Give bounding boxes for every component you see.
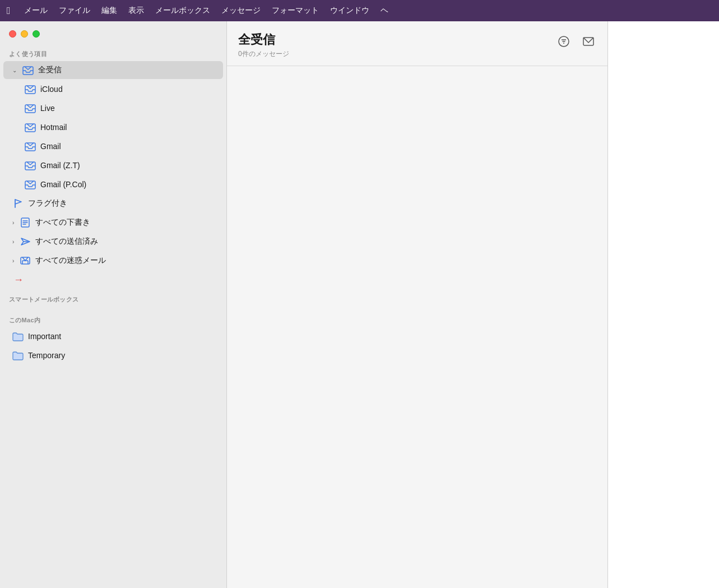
fullscreen-button[interactable] [33, 30, 40, 38]
sidebar-item-drafts-label: すべての下書き [35, 217, 90, 228]
menu-view[interactable]: 表示 [128, 6, 144, 16]
message-list-body [227, 66, 607, 588]
sidebar-item-live[interactable]: Live [3, 99, 223, 117]
chevron-right-icon-spam: › [12, 258, 14, 264]
sidebar-item-flagged-label: フラグ付き [28, 198, 67, 209]
sidebar-item-drafts[interactable]: › すべての下書き [3, 214, 223, 232]
folder-icon-temporary [12, 350, 24, 361]
apple-menu[interactable]:  [7, 5, 11, 17]
minimize-button[interactable] [21, 30, 28, 38]
compose-button[interactable] [581, 34, 596, 49]
this-mac-header: このMac内 [0, 311, 226, 327]
detail-pane [608, 21, 719, 588]
sidebar-item-hotmail-label: Hotmail [40, 123, 67, 132]
chevron-right-icon-sent: › [12, 239, 14, 245]
message-list-header: 全受信 0件のメッセージ [227, 21, 607, 66]
message-list-title: 全受信 [238, 31, 289, 48]
sidebar-item-important[interactable]: Important [3, 327, 223, 345]
menu-mail[interactable]: メール [24, 6, 48, 16]
message-list-panel: 全受信 0件のメッセージ [227, 21, 608, 588]
folder-icon-important [12, 331, 24, 342]
arrow-right-icon: → [13, 274, 24, 286]
content-area: 全受信 0件のメッセージ [227, 21, 719, 588]
sidebar-item-sent-label: すべての送信済み [35, 237, 98, 247]
sidebar-item-flagged[interactable]: フラグ付き [3, 195, 223, 212]
sidebar-item-gmail-zt-label: Gmail (Z.T) [40, 161, 80, 170]
sidebar-item-all-inbox-label: 全受信 [38, 65, 62, 75]
sidebar-item-icloud[interactable]: iCloud [3, 80, 223, 98]
sidebar-item-temporary-label: Temporary [28, 351, 65, 360]
message-list-title-group: 全受信 0件のメッセージ [238, 31, 289, 59]
sidebar-item-spam[interactable]: › すべての迷惑メール [3, 252, 223, 270]
message-list-subtitle: 0件のメッセージ [238, 49, 289, 59]
inbox-icon-gmail-zt [25, 160, 36, 171]
frequently-used-header: よく使う項目 [0, 44, 226, 61]
filter-button[interactable] [556, 34, 572, 49]
menu-mailbox[interactable]: メールボックス [155, 6, 210, 16]
sidebar-item-redirect: → [3, 271, 223, 289]
menu-format[interactable]: フォーマット [272, 6, 319, 16]
sidebar-item-gmail-label: Gmail [40, 142, 61, 151]
sidebar-item-spam-label: すべての迷惑メール [35, 256, 106, 266]
traffic-lights [0, 21, 226, 44]
inbox-icon-live [25, 103, 36, 114]
inbox-icon [22, 64, 34, 76]
chevron-right-icon-drafts: › [12, 220, 14, 226]
flag-icon [12, 198, 24, 209]
sidebar-item-sent[interactable]: › すべての送信済み [3, 233, 223, 251]
menu-message[interactable]: メッセージ [221, 6, 261, 16]
menu-edit[interactable]: 編集 [101, 6, 117, 16]
sidebar-item-gmail-zt[interactable]: Gmail (Z.T) [3, 156, 223, 174]
menu-window[interactable]: ウインドウ [330, 6, 369, 16]
menu-file[interactable]: ファイル [59, 6, 90, 16]
sidebar-item-gmail-pcol[interactable]: Gmail (P.Col) [3, 175, 223, 193]
close-button[interactable] [9, 30, 16, 38]
sidebar: よく使う項目 ⌄ 全受信 iCloud [0, 21, 227, 588]
app-container: よく使う項目 ⌄ 全受信 iCloud [0, 21, 719, 588]
menu-bar:  メール ファイル 編集 表示 メールボックス メッセージ フォーマット ウイ… [0, 0, 719, 21]
sidebar-item-temporary[interactable]: Temporary [3, 346, 223, 364]
inbox-icon-icloud [25, 84, 36, 95]
header-actions [556, 31, 596, 49]
smart-mailbox-header: スマートメールボックス [0, 290, 226, 306]
sidebar-item-gmail[interactable]: Gmail [3, 137, 223, 155]
sidebar-item-icloud-label: iCloud [40, 85, 63, 94]
spacer [0, 306, 226, 311]
chevron-down-icon: ⌄ [12, 67, 17, 73]
inbox-icon-gmail [25, 141, 36, 152]
inbox-icon-hotmail [25, 122, 36, 133]
spam-icon [20, 255, 31, 266]
inbox-icon-gmail-pcol [25, 179, 36, 190]
sidebar-item-important-label: Important [28, 332, 61, 341]
sent-icon [20, 236, 31, 247]
sidebar-item-hotmail[interactable]: Hotmail [3, 118, 223, 136]
sidebar-item-live-label: Live [40, 104, 55, 113]
sidebar-item-all-inbox[interactable]: ⌄ 全受信 [3, 61, 223, 79]
menu-more[interactable]: ヘ [381, 6, 388, 16]
draft-icon [20, 217, 31, 228]
sidebar-item-gmail-pcol-label: Gmail (P.Col) [40, 180, 86, 189]
